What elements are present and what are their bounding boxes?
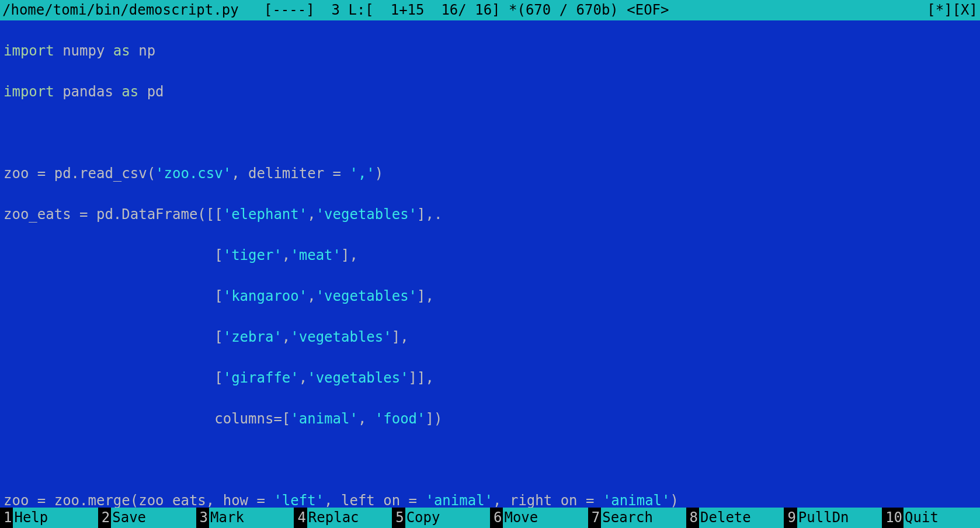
fkey-replace[interactable]: 4Replac xyxy=(294,508,392,528)
code-text: ], xyxy=(417,288,434,304)
string-literal: ',' xyxy=(349,165,374,182)
code-line: zoo_eats = pd.DataFrame([['elephant','ve… xyxy=(4,204,976,225)
code-text: , xyxy=(307,288,315,304)
string-literal: 'vegetables' xyxy=(316,288,417,304)
fkey-copy[interactable]: 5Copy xyxy=(392,508,490,528)
keyword-as: as xyxy=(121,84,138,100)
editor-screen: /home/tomi/bin/demoscript.py [----] 3 L:… xyxy=(0,0,980,528)
fkey-number: 9 xyxy=(784,508,797,528)
fkey-quit[interactable]: 10Quit xyxy=(882,508,980,528)
code-text: pandas xyxy=(54,84,122,100)
string-literal: 'animal' xyxy=(290,411,358,427)
code-text: [ xyxy=(4,370,223,386)
keyword-as: as xyxy=(113,43,130,59)
code-text: ) xyxy=(670,492,679,508)
code-text: ) xyxy=(375,165,383,182)
fkey-label: Mark xyxy=(209,508,294,528)
fkey-number: 7 xyxy=(588,508,601,528)
fkey-label: Delete xyxy=(699,508,784,528)
string-literal: 'elephant' xyxy=(223,206,308,223)
fkey-delete[interactable]: 8Delete xyxy=(686,508,784,528)
fkey-number: 6 xyxy=(490,508,503,528)
code-text: [ xyxy=(4,288,223,304)
file-path: /home/tomi/bin/demoscript.py xyxy=(2,2,239,18)
fkey-label: Replac xyxy=(307,508,392,528)
fkey-number: 5 xyxy=(392,508,405,528)
code-line: columns=['animal', 'food']) xyxy=(4,409,976,429)
string-literal: 'vegetables' xyxy=(307,370,408,386)
string-literal: 'tiger' xyxy=(223,247,282,263)
code-text: , xyxy=(282,329,290,345)
string-literal: 'animal' xyxy=(603,492,670,508)
code-text: numpy xyxy=(54,43,113,59)
code-text: [ xyxy=(4,329,223,345)
title-bar: /home/tomi/bin/demoscript.py [----] 3 L:… xyxy=(0,0,980,20)
fkey-number: 8 xyxy=(686,508,699,528)
code-line: import pandas as pd xyxy=(4,82,976,102)
string-literal: 'zoo.csv' xyxy=(155,165,231,182)
code-text: ], xyxy=(392,329,409,345)
code-line: ['zebra','vegetables'], xyxy=(4,327,976,348)
code-line: ['tiger','meat'], xyxy=(4,245,976,266)
code-line: zoo = zoo.merge(zoo_eats, how = 'left', … xyxy=(4,491,976,508)
string-literal: 'left' xyxy=(273,492,324,508)
string-literal: 'food' xyxy=(375,411,426,427)
string-literal: 'kangaroo' xyxy=(223,288,308,304)
code-text: zoo_eats = pd.DataFrame([[ xyxy=(4,206,223,223)
code-line: import numpy as np xyxy=(4,41,976,61)
string-literal: 'meat' xyxy=(290,247,341,263)
string-literal: 'giraffe' xyxy=(223,370,299,386)
code-text: , xyxy=(282,247,290,263)
fkey-mark[interactable]: 3Mark xyxy=(196,508,294,528)
title-flags: [----] xyxy=(264,2,315,18)
code-line: zoo = pd.read_csv('zoo.csv', delimiter =… xyxy=(4,164,976,184)
code-line: ['kangaroo','vegetables'], xyxy=(4,286,976,307)
code-line xyxy=(4,123,976,143)
fkey-number: 4 xyxy=(294,508,307,528)
code-text: zoo = zoo.merge(zoo_eats, how = xyxy=(4,492,273,508)
code-text: , xyxy=(358,411,375,427)
fkey-save[interactable]: 2Save xyxy=(98,508,196,528)
code-text: , right_on = xyxy=(493,492,603,508)
code-text: ],. xyxy=(417,206,442,223)
fkey-search[interactable]: 7Search xyxy=(588,508,686,528)
fkey-label: Help xyxy=(13,508,98,528)
code-line xyxy=(4,450,976,470)
code-text: ]) xyxy=(425,411,442,427)
fkey-label: PullDn xyxy=(797,508,882,528)
function-key-bar: 1Help 2Save 3Mark 4Replac 5Copy 6Move 7S… xyxy=(0,508,980,528)
string-literal: 'zebra' xyxy=(223,329,282,345)
keyword-import: import xyxy=(4,43,54,59)
code-text: ]], xyxy=(409,370,434,386)
code-line: ['giraffe','vegetables']], xyxy=(4,368,976,388)
code-text: zoo = pd.read_csv( xyxy=(4,165,155,182)
fkey-help[interactable]: 1Help xyxy=(0,508,98,528)
fkey-pulldn[interactable]: 9PullDn xyxy=(784,508,882,528)
code-text: , left_on = xyxy=(324,492,425,508)
code-text: np xyxy=(130,43,155,59)
code-text: ], xyxy=(341,247,358,263)
fkey-label: Save xyxy=(111,508,196,528)
code-text: , xyxy=(307,206,315,223)
title-bar-right[interactable]: [*][X] xyxy=(927,0,978,20)
title-bar-left: /home/tomi/bin/demoscript.py [----] 3 L:… xyxy=(2,0,669,20)
fkey-label: Move xyxy=(503,508,588,528)
title-position: 3 L:[ 1+15 16/ 16] *(670 / 670b) <EOF> xyxy=(332,2,669,18)
fkey-number: 2 xyxy=(98,508,111,528)
string-literal: 'animal' xyxy=(425,492,493,508)
fkey-number: 3 xyxy=(196,508,209,528)
code-text: , delimiter = xyxy=(231,165,349,182)
fkey-number: 10 xyxy=(882,508,903,528)
code-text: , xyxy=(299,370,307,386)
fkey-move[interactable]: 6Move xyxy=(490,508,588,528)
code-text: pd xyxy=(138,84,164,100)
string-literal: 'vegetables' xyxy=(290,329,391,345)
code-text: columns=[ xyxy=(4,411,290,427)
keyword-import: import xyxy=(4,84,54,100)
fkey-number: 1 xyxy=(0,508,13,528)
fkey-label: Search xyxy=(601,508,686,528)
code-editor[interactable]: import numpy as np import pandas as pd z… xyxy=(0,20,980,508)
fkey-label: Quit xyxy=(903,508,980,528)
string-literal: 'vegetables' xyxy=(316,206,417,223)
code-text: [ xyxy=(4,247,223,263)
